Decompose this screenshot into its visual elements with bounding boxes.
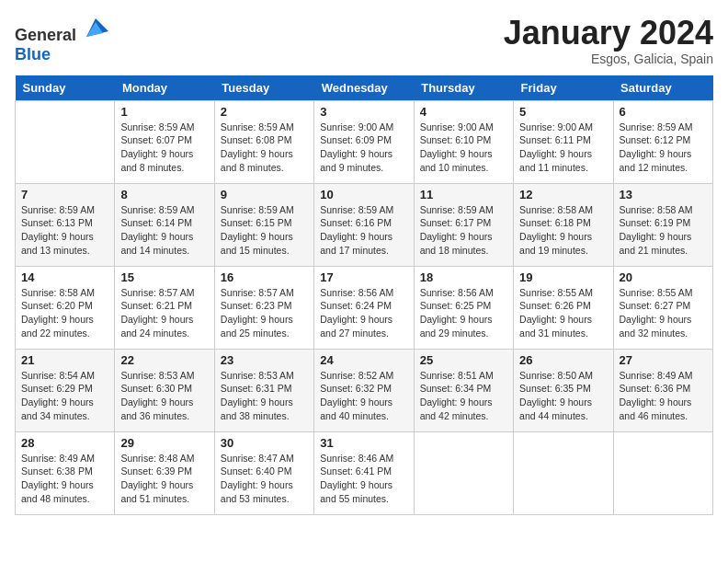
cell-info: Sunrise: 8:58 AMSunset: 6:18 PMDaylight:… xyxy=(519,203,607,258)
cell-info: Sunrise: 8:56 AMSunset: 6:24 PMDaylight:… xyxy=(320,286,407,340)
cell-info: Sunrise: 8:57 AMSunset: 6:23 PMDaylight:… xyxy=(221,286,308,340)
calendar-week-row: 28Sunrise: 8:49 AMSunset: 6:38 PMDayligh… xyxy=(16,431,713,514)
calendar-cell: 22Sunrise: 8:53 AMSunset: 6:30 PMDayligh… xyxy=(115,349,214,431)
month-title: January 2024 xyxy=(504,15,713,52)
calendar-cell: 16Sunrise: 8:57 AMSunset: 6:23 PMDayligh… xyxy=(214,266,313,349)
calendar-cell: 1Sunrise: 8:59 AMSunset: 6:07 PMDaylight… xyxy=(115,100,214,183)
weekday-header-row: SundayMondayTuesdayWednesdayThursdayFrid… xyxy=(16,75,713,101)
day-number: 11 xyxy=(420,188,507,201)
day-number: 16 xyxy=(221,270,308,284)
calendar-cell xyxy=(613,431,712,514)
day-number: 9 xyxy=(221,188,308,201)
cell-info: Sunrise: 8:58 AMSunset: 6:19 PMDaylight:… xyxy=(620,203,707,258)
calendar-cell: 12Sunrise: 8:58 AMSunset: 6:18 PMDayligh… xyxy=(514,183,613,266)
calendar-cell: 20Sunrise: 8:55 AMSunset: 6:27 PMDayligh… xyxy=(613,266,712,349)
cell-info: Sunrise: 8:51 AMSunset: 6:34 PMDaylight:… xyxy=(420,369,507,423)
cell-info: Sunrise: 8:52 AMSunset: 6:32 PMDaylight:… xyxy=(320,369,407,423)
calendar-cell: 6Sunrise: 8:59 AMSunset: 6:12 PMDaylight… xyxy=(613,100,712,183)
cell-info: Sunrise: 8:55 AMSunset: 6:26 PMDaylight:… xyxy=(519,286,607,340)
day-number: 17 xyxy=(320,270,407,284)
calendar-table: SundayMondayTuesdayWednesdayThursdayFrid… xyxy=(15,75,713,515)
cell-info: Sunrise: 8:46 AMSunset: 6:41 PMDaylight:… xyxy=(320,452,407,506)
day-number: 4 xyxy=(420,105,507,119)
calendar-cell: 17Sunrise: 8:56 AMSunset: 6:24 PMDayligh… xyxy=(314,266,414,349)
calendar-cell: 2Sunrise: 8:59 AMSunset: 6:08 PMDaylight… xyxy=(214,100,313,183)
day-number: 29 xyxy=(120,436,208,450)
calendar-week-row: 1Sunrise: 8:59 AMSunset: 6:07 PMDaylight… xyxy=(16,100,713,183)
cell-info: Sunrise: 8:47 AMSunset: 6:40 PMDaylight:… xyxy=(221,452,308,506)
calendar-cell: 25Sunrise: 8:51 AMSunset: 6:34 PMDayligh… xyxy=(414,349,513,431)
calendar-week-row: 14Sunrise: 8:58 AMSunset: 6:20 PMDayligh… xyxy=(16,266,713,349)
day-number: 23 xyxy=(221,353,308,367)
cell-info: Sunrise: 8:53 AMSunset: 6:30 PMDaylight:… xyxy=(120,369,208,423)
day-number: 28 xyxy=(21,436,108,450)
calendar-cell: 8Sunrise: 8:59 AMSunset: 6:14 PMDaylight… xyxy=(115,183,214,266)
cell-info: Sunrise: 8:49 AMSunset: 6:38 PMDaylight:… xyxy=(21,452,108,506)
cell-info: Sunrise: 8:49 AMSunset: 6:36 PMDaylight:… xyxy=(620,369,707,423)
calendar-cell: 14Sunrise: 8:58 AMSunset: 6:20 PMDayligh… xyxy=(16,266,115,349)
day-number: 10 xyxy=(320,188,407,201)
cell-info: Sunrise: 8:50 AMSunset: 6:35 PMDaylight:… xyxy=(519,369,607,423)
cell-info: Sunrise: 8:48 AMSunset: 6:39 PMDaylight:… xyxy=(120,452,208,506)
weekday-header-wednesday: Wednesday xyxy=(314,75,414,101)
day-number: 31 xyxy=(320,436,407,450)
calendar-cell: 24Sunrise: 8:52 AMSunset: 6:32 PMDayligh… xyxy=(314,349,414,431)
logo-general: General xyxy=(15,26,76,44)
cell-info: Sunrise: 8:59 AMSunset: 6:12 PMDaylight:… xyxy=(620,121,707,175)
weekday-header-friday: Friday xyxy=(514,75,613,101)
title-area: January 2024 Esgos, Galicia, Spain xyxy=(504,15,713,66)
day-number: 22 xyxy=(120,353,208,367)
day-number: 25 xyxy=(420,353,507,367)
calendar-cell xyxy=(16,100,115,183)
day-number: 5 xyxy=(519,105,607,119)
day-number: 27 xyxy=(620,353,707,367)
cell-info: Sunrise: 8:59 AMSunset: 6:07 PMDaylight:… xyxy=(120,121,208,175)
calendar-cell: 7Sunrise: 8:59 AMSunset: 6:13 PMDaylight… xyxy=(16,183,115,266)
cell-info: Sunrise: 8:59 AMSunset: 6:08 PMDaylight:… xyxy=(221,121,308,175)
day-number: 8 xyxy=(120,188,208,201)
page-header: General Blue January 2024 Esgos, Galicia… xyxy=(15,15,713,66)
weekday-header-saturday: Saturday xyxy=(613,75,712,101)
cell-info: Sunrise: 8:59 AMSunset: 6:14 PMDaylight:… xyxy=(120,203,208,258)
calendar-cell: 4Sunrise: 9:00 AMSunset: 6:10 PMDaylight… xyxy=(414,100,513,183)
day-number: 3 xyxy=(320,105,407,119)
day-number: 30 xyxy=(221,436,308,450)
day-number: 15 xyxy=(120,270,208,284)
cell-info: Sunrise: 8:59 AMSunset: 6:13 PMDaylight:… xyxy=(21,203,108,258)
cell-info: Sunrise: 9:00 AMSunset: 6:09 PMDaylight:… xyxy=(320,121,407,175)
weekday-header-thursday: Thursday xyxy=(414,75,513,101)
cell-info: Sunrise: 8:59 AMSunset: 6:17 PMDaylight:… xyxy=(420,203,507,258)
cell-info: Sunrise: 8:53 AMSunset: 6:31 PMDaylight:… xyxy=(221,369,308,423)
calendar-cell xyxy=(514,431,613,514)
calendar-cell: 18Sunrise: 8:56 AMSunset: 6:25 PMDayligh… xyxy=(414,266,513,349)
day-number: 13 xyxy=(620,188,707,201)
calendar-cell: 9Sunrise: 8:59 AMSunset: 6:15 PMDaylight… xyxy=(214,183,313,266)
cell-info: Sunrise: 8:58 AMSunset: 6:20 PMDaylight:… xyxy=(21,286,108,340)
day-number: 14 xyxy=(21,270,108,284)
calendar-cell: 10Sunrise: 8:59 AMSunset: 6:16 PMDayligh… xyxy=(314,183,414,266)
logo-icon xyxy=(83,15,108,40)
location: Esgos, Galicia, Spain xyxy=(504,52,713,66)
day-number: 19 xyxy=(519,270,607,284)
calendar-cell xyxy=(414,431,513,514)
weekday-header-monday: Monday xyxy=(115,75,214,101)
cell-info: Sunrise: 8:57 AMSunset: 6:21 PMDaylight:… xyxy=(120,286,208,340)
day-number: 2 xyxy=(221,105,308,119)
cell-info: Sunrise: 9:00 AMSunset: 6:11 PMDaylight:… xyxy=(519,121,607,175)
calendar-cell: 5Sunrise: 9:00 AMSunset: 6:11 PMDaylight… xyxy=(514,100,613,183)
calendar-cell: 13Sunrise: 8:58 AMSunset: 6:19 PMDayligh… xyxy=(613,183,712,266)
calendar-cell: 19Sunrise: 8:55 AMSunset: 6:26 PMDayligh… xyxy=(514,266,613,349)
cell-info: Sunrise: 9:00 AMSunset: 6:10 PMDaylight:… xyxy=(420,121,507,175)
calendar-cell: 31Sunrise: 8:46 AMSunset: 6:41 PMDayligh… xyxy=(314,431,414,514)
logo: General Blue xyxy=(15,15,108,64)
day-number: 21 xyxy=(21,353,108,367)
calendar-cell: 11Sunrise: 8:59 AMSunset: 6:17 PMDayligh… xyxy=(414,183,513,266)
cell-info: Sunrise: 8:59 AMSunset: 6:16 PMDaylight:… xyxy=(320,203,407,258)
weekday-header-sunday: Sunday xyxy=(16,75,115,101)
calendar-cell: 26Sunrise: 8:50 AMSunset: 6:35 PMDayligh… xyxy=(514,349,613,431)
cell-info: Sunrise: 8:59 AMSunset: 6:15 PMDaylight:… xyxy=(221,203,308,258)
calendar-week-row: 21Sunrise: 8:54 AMSunset: 6:29 PMDayligh… xyxy=(16,349,713,431)
day-number: 26 xyxy=(519,353,607,367)
day-number: 1 xyxy=(120,105,208,119)
calendar-cell: 21Sunrise: 8:54 AMSunset: 6:29 PMDayligh… xyxy=(16,349,115,431)
